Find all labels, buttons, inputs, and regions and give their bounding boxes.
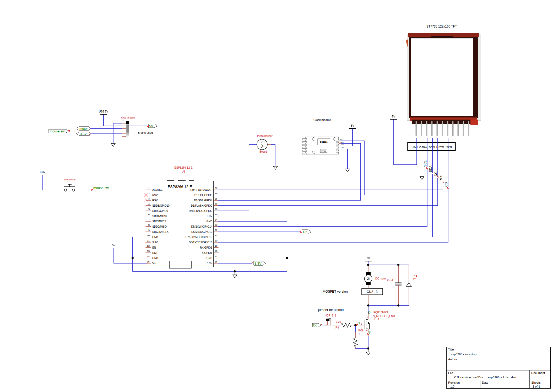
cn2-pin1-cell bbox=[126, 121, 129, 124]
tft-module[interactable]: ST7735 128x160 TFT bbox=[406, 25, 481, 136]
svg-text:Vin: Vin bbox=[152, 262, 156, 265]
esp-body-label: ESP8266 12-E bbox=[168, 185, 192, 189]
svg-text:RSV: RSV bbox=[152, 199, 158, 202]
mosfet-circuit[interactable]: MOSFET version jumper for upload M DC mo… bbox=[318, 272, 417, 335]
tft-screen bbox=[411, 38, 473, 116]
svg-text:7: 7 bbox=[148, 218, 150, 221]
svg-text:SCL: SCL bbox=[340, 138, 343, 140]
beeper-refdes: Beep1 bbox=[259, 150, 267, 153]
tb-sheets-label: Sheets bbox=[531, 381, 541, 384]
net-label-dc: DC bbox=[434, 171, 438, 176]
svg-text:16: 16 bbox=[215, 260, 218, 263]
fet-part: FQP13N06L bbox=[373, 311, 389, 314]
svg-text:RSV: RSV bbox=[152, 194, 158, 197]
svg-text:D7/RX2/MOSI/GPIO13: D7/RX2/MOSI/GPIO13 bbox=[186, 236, 213, 239]
svg-text:A0/ADC0: A0/ADC0 bbox=[152, 189, 163, 191]
svg-text:29: 29 bbox=[215, 192, 218, 195]
junction-dots bbox=[132, 257, 399, 350]
jumper-note: jumper for upload bbox=[318, 308, 344, 312]
svg-text:3: 3 bbox=[148, 197, 150, 200]
svg-text:TX/GPIO1: TX/GPIO1 bbox=[200, 251, 213, 254]
power-5v-clock-label: 5V bbox=[351, 124, 354, 127]
schematic-canvas[interactable]: ST7735 128x160 TFT CN1 2-row, only 1 row… bbox=[0, 0, 553, 392]
svg-text:3.3V: 3.3V bbox=[207, 215, 212, 218]
svg-text:22: 22 bbox=[215, 229, 218, 232]
r-value: 400k bbox=[358, 329, 364, 332]
symbol-strokes bbox=[64, 180, 370, 352]
tag-d6-pin22-label: D6 bbox=[303, 230, 307, 234]
power-labels: 3.3V USB 5V 5V 5V 5V 5V bbox=[40, 110, 395, 260]
net-label-cs: CS bbox=[444, 182, 448, 187]
svg-text:4: 4 bbox=[148, 202, 150, 205]
svg-text:23: 23 bbox=[215, 223, 218, 226]
header-pin1-num: 1 bbox=[324, 324, 327, 326]
switch-contact bbox=[72, 189, 75, 191]
svg-text:28: 28 bbox=[215, 197, 218, 200]
svg-text:SDD3/GPIO10: SDD3/GPIO10 bbox=[152, 204, 170, 207]
motor-label: DC motor bbox=[375, 277, 387, 280]
svg-text:6: 6 bbox=[148, 213, 150, 216]
clock-hole bbox=[312, 151, 315, 154]
net-label-scl: SCL bbox=[424, 160, 427, 167]
fet-device: N_MOSFET_ENH bbox=[373, 314, 395, 318]
clock-hole bbox=[312, 138, 315, 141]
power-5v-tft-label: 5V bbox=[392, 115, 395, 118]
tag-motor-label: motor bbox=[79, 127, 88, 131]
svg-text:D1/SCL/GPIO5: D1/SCL/GPIO5 bbox=[194, 194, 213, 197]
svg-text:2: 2 bbox=[148, 192, 150, 195]
schematic-sheet: ST7735 128x160 TFT CN1 2-row, only 1 row… bbox=[0, 0, 553, 392]
pin-stub bbox=[58, 123, 409, 348]
beeper-title: Piezo beeper bbox=[257, 135, 273, 137]
svg-text:D0/GPIO16/WAKE: D0/GPIO16/WAKE bbox=[190, 189, 212, 191]
clock-module[interactable]: Clock module DS3231 AT24C32 SCL SDA VCC … bbox=[302, 118, 344, 154]
mosfet-heading: MOSFET version bbox=[323, 290, 348, 293]
svg-text:21: 21 bbox=[215, 234, 218, 237]
switch-contact bbox=[64, 189, 67, 191]
svg-text:GND: GND bbox=[207, 257, 212, 260]
r-ref: R bbox=[358, 332, 360, 335]
r4-ref: R4 bbox=[335, 326, 339, 329]
clock-hole bbox=[333, 138, 336, 141]
svg-text:12: 12 bbox=[147, 244, 150, 247]
tb-revision-value: 1.0 bbox=[450, 385, 454, 388]
svg-text:D6/MISO/GPIO12: D6/MISO/GPIO12 bbox=[191, 230, 212, 233]
clock-title: Clock module bbox=[313, 118, 331, 121]
svg-text:5: 5 bbox=[148, 208, 150, 211]
motor-m: M bbox=[366, 277, 370, 280]
mouse-switch[interactable]: Mouse sw bbox=[64, 178, 75, 191]
esp8266-u1[interactable]: ESP8266 12-E U1 ESP8266 12-E 12 34 56 78… bbox=[144, 166, 219, 268]
svg-text:3.3V: 3.3V bbox=[207, 262, 212, 265]
svg-text:10: 10 bbox=[147, 234, 150, 237]
fet-refdes: FET1 bbox=[373, 318, 379, 321]
piezo-beeper[interactable]: Piezo beeper + Beep1 bbox=[251, 135, 273, 153]
svg-text:D8/TX2/CS/GPIO15: D8/TX2/CS/GPIO15 bbox=[189, 241, 213, 244]
tb-file-label: File bbox=[448, 371, 453, 374]
svg-text:GND: GND bbox=[341, 147, 344, 148]
fet-pin-d: 2 bbox=[365, 316, 368, 318]
esp-refdes: U1 bbox=[182, 170, 185, 173]
tb-revision-label: Revision bbox=[448, 381, 460, 384]
diode-symbol bbox=[406, 283, 411, 286]
net-attach-squares bbox=[68, 125, 449, 335]
cn2-pin1-num: 1 bbox=[122, 119, 124, 121]
diode-ref: D1 bbox=[413, 278, 417, 281]
dc-motor[interactable]: M DC motor bbox=[365, 272, 387, 285]
svg-text:24: 24 bbox=[215, 218, 218, 221]
svg-text:11: 11 bbox=[147, 239, 150, 242]
tft-top-tab bbox=[431, 36, 453, 38]
switch-ref: Mouse sw bbox=[64, 178, 75, 181]
svg-text:SDD0/MISO: SDD0/MISO bbox=[152, 225, 167, 228]
svg-text:20: 20 bbox=[215, 239, 218, 242]
motor-terminal bbox=[366, 282, 371, 285]
svg-text:SDCMD/CS: SDCMD/CS bbox=[152, 220, 166, 223]
svg-text:GND: GND bbox=[207, 220, 212, 223]
esp-part: ESP8266 12-E bbox=[174, 166, 192, 169]
cn2-connector[interactable]: CN2 to body 1 5 pins used bbox=[121, 116, 153, 138]
power-bars bbox=[39, 114, 411, 283]
cn1-note: CN1 2-row, only 1 row used bbox=[411, 145, 452, 149]
tb-title-label: Title bbox=[448, 348, 454, 351]
power-5v-motor-label: 5V bbox=[367, 257, 370, 260]
tb-document-label: Document bbox=[531, 371, 545, 374]
svg-text:27: 27 bbox=[215, 202, 218, 205]
svg-text:RST: RST bbox=[152, 251, 158, 254]
